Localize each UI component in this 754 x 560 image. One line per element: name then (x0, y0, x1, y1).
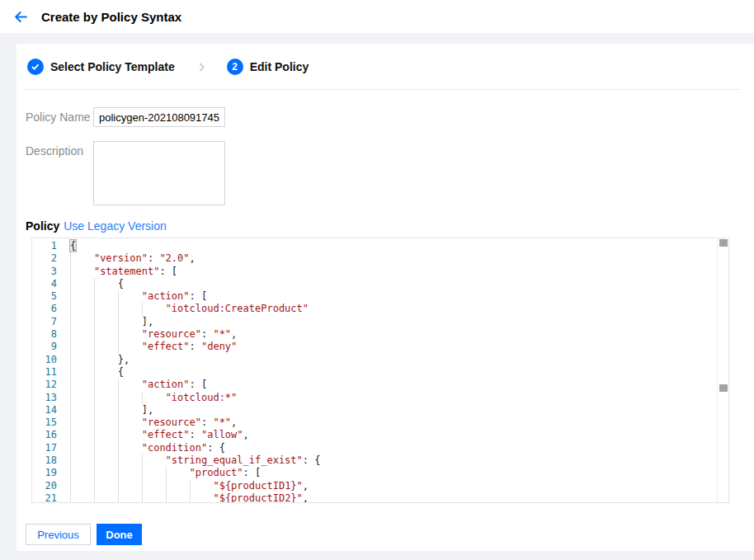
line-number: 17 (32, 442, 57, 454)
line-number: 20 (32, 480, 57, 492)
step2-label: Edit Policy (250, 60, 309, 73)
line-number: 1 (32, 240, 57, 252)
policy-code-editor[interactable]: 123456789101112131415161718192021 { "ver… (31, 238, 729, 503)
overview-ruler-marker (719, 384, 728, 392)
line-number: 7 (32, 316, 57, 328)
use-legacy-version-link[interactable]: Use Legacy Version (64, 219, 167, 233)
line-number: 15 (32, 416, 57, 429)
policy-form: Policy Name * Description (26, 107, 754, 205)
code-line: "product": [ (70, 467, 320, 479)
code-line: "${productID1}", (70, 480, 320, 492)
policy-section-header: Policy Use Legacy Version (26, 219, 754, 233)
editor-scroll-area: 123456789101112131415161718192021 { "ver… (32, 238, 728, 503)
code-line: "iotcloud:*" (70, 392, 320, 404)
page-body: Select Policy Template 2 Edit Policy Pol… (0, 33, 754, 551)
line-number: 11 (32, 366, 57, 379)
policy-heading: Policy (26, 219, 59, 233)
footer-actions: Previous Done (26, 524, 754, 545)
code-line: ], (70, 404, 320, 416)
line-number: 18 (32, 454, 57, 467)
code-line: "action": [ (70, 290, 320, 303)
line-number: 12 (32, 379, 57, 391)
code-line: }, (70, 354, 320, 366)
previous-button[interactable]: Previous (26, 524, 91, 545)
code-line: "resource": "*", (70, 416, 320, 429)
page-header: Create by Policy Syntax (0, 0, 754, 33)
code-line: { (70, 278, 320, 290)
policy-name-label: Policy Name * (26, 107, 93, 127)
line-number: 6 (32, 303, 57, 315)
line-number: 16 (32, 429, 57, 441)
policy-name-row: Policy Name * (26, 107, 754, 127)
code-line: "iotcloud:CreateProduct" (70, 303, 320, 315)
code-line: "${productID2}", (70, 492, 320, 503)
scrollbar-thumb[interactable] (719, 239, 728, 247)
line-number-gutter: 123456789101112131415161718192021 (32, 240, 57, 503)
line-number: 14 (32, 404, 57, 416)
line-number: 21 (32, 492, 57, 503)
line-number: 2 (32, 252, 57, 265)
policy-name-input[interactable] (93, 107, 225, 127)
content-card: Select Policy Template 2 Edit Policy Pol… (16, 44, 754, 551)
line-number: 3 (32, 266, 57, 278)
line-number: 4 (32, 278, 57, 290)
code-line: { (70, 240, 320, 252)
chevron-right-icon (196, 62, 207, 73)
code-line: "action": [ (70, 379, 320, 391)
editor-overview-ruler[interactable] (717, 238, 728, 502)
section-divider (25, 89, 740, 90)
code-line: "string_equal_if_exist": { (70, 454, 320, 467)
line-number: 5 (32, 290, 57, 303)
back-arrow-icon[interactable] (12, 7, 30, 26)
code-lines[interactable]: { "version": "2.0", "statement": [ { "ac… (57, 240, 320, 503)
description-row: Description (26, 141, 754, 205)
code-line: "resource": "*", (70, 328, 320, 341)
step1-label[interactable]: Select Policy Template (50, 60, 175, 73)
line-number: 19 (32, 467, 57, 479)
code-line: "effect": "allow", (70, 429, 320, 441)
line-number: 8 (32, 328, 57, 341)
description-label: Description (26, 141, 93, 205)
line-number: 13 (32, 392, 57, 404)
line-number: 10 (32, 354, 57, 366)
code-line: ], (70, 316, 320, 328)
code-line: "effect": "deny" (70, 341, 320, 353)
code-line: { (70, 366, 320, 379)
line-number: 9 (32, 341, 57, 353)
step2-number-badge: 2 (227, 59, 243, 75)
code-line: "condition": { (70, 442, 320, 454)
step1-check-icon (27, 59, 44, 75)
code-line: "statement": [ (70, 266, 320, 278)
page-title: Create by Policy Syntax (41, 10, 181, 24)
description-textarea[interactable] (93, 141, 225, 205)
done-button[interactable]: Done (97, 524, 142, 545)
code-line: "version": "2.0", (70, 252, 320, 265)
step-indicator: Select Policy Template 2 Edit Policy (27, 59, 754, 75)
